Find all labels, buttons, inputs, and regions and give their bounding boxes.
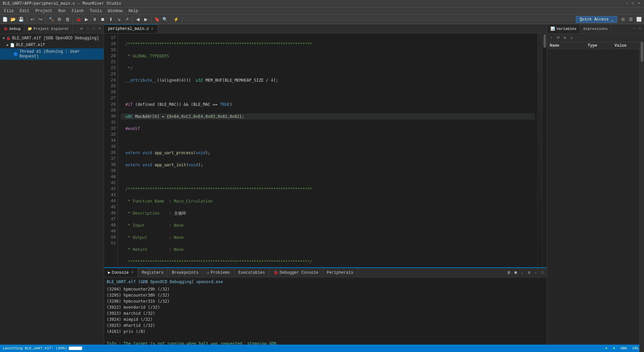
toolbar-forward[interactable]: ▶ — [142, 16, 150, 23]
toolbar-step-into[interactable]: ⬇ — [107, 16, 114, 23]
debug-tab-label: Debug — [9, 27, 20, 31]
right-panel-scroll-thumb — [641, 42, 643, 62]
status-launching-text: Launching BLE_UART.elf: (99%) — [3, 346, 67, 350]
console-line-7: (3925) mhartid (/32) — [107, 322, 544, 328]
expressions-tab[interactable]: Expressions — [580, 24, 611, 33]
toolbar-perspectives[interactable]: ⊞ — [619, 16, 627, 23]
toolbar-minimize-panel[interactable]: ☰ — [627, 16, 635, 23]
debug-tree-elf[interactable]: ▶ 📄 BLE_UART.elf — [0, 42, 104, 48]
menu-project[interactable]: Project — [33, 8, 55, 14]
debug-session-label: BLE_UART.elf [GDB OpenOCD Debugging] — [12, 36, 99, 41]
right-panel-tab-bar: 📊 Variables Expressions − □ — [547, 24, 644, 34]
code-line-27: extern void app_uart_init(void); — [121, 162, 535, 168]
console-clear-btn[interactable]: 🗑 — [506, 270, 512, 276]
toolbar-search[interactable]: 🔍 — [161, 16, 169, 23]
var-refresh[interactable]: ⟳ — [555, 35, 561, 41]
code-line-19: */ — [121, 65, 535, 71]
editor-tab-close[interactable]: × — [151, 27, 153, 31]
var-settings[interactable]: ⚙ — [562, 35, 568, 41]
root-chevron: ▼ — [3, 37, 5, 40]
toolbar-build[interactable]: 🔨 — [48, 16, 55, 23]
console-content[interactable]: BLE_UART.elf [GDB OpenOCD Debugging] ope… — [104, 277, 547, 345]
left-panel-close[interactable]: × — [97, 26, 102, 32]
peripherals-tab[interactable]: Peripherals — [323, 268, 358, 277]
debugger-console-icon: 🐞 — [273, 270, 278, 275]
toolbar-open[interactable]: 📂 — [9, 16, 17, 23]
code-editor: 17 18 19 20 21 22 23 24 25 26 27 28 29 3… — [104, 34, 547, 267]
close-button[interactable]: × — [637, 1, 641, 6]
editor-tabs: peripheral_main.c × — [104, 24, 547, 34]
toolbar-undo[interactable]: ↩ — [29, 16, 36, 23]
menu-window[interactable]: Window — [105, 8, 125, 14]
left-panel-sync[interactable]: ⟳ — [79, 26, 84, 32]
var-collapse-all[interactable]: ↑ — [548, 35, 554, 41]
toolbar-clean[interactable]: 🗑 — [64, 16, 71, 23]
menu-run[interactable]: Run — [56, 8, 68, 14]
problems-tab[interactable]: ⚠ Problems — [203, 268, 234, 277]
code-line-18: * GLOBAL TYPEDEFS — [121, 53, 535, 59]
console-tab[interactable]: ▶ Console × — [104, 268, 138, 277]
toolbar-pause[interactable]: ⏸ — [91, 16, 98, 23]
center-bottom: peripheral_main.c × 17 18 19 20 21 22 23… — [104, 24, 547, 345]
editor-scrollbar[interactable] — [542, 34, 547, 267]
executables-tab[interactable]: Executables — [234, 268, 269, 277]
elf-label: BLE_UART.elf — [16, 43, 45, 47]
app-title: BLE_UART/APP/peripheral_main.c - MounRiv… — [3, 1, 121, 6]
var-add[interactable]: + — [569, 35, 575, 41]
menu-bar: File Edit Project Run Flash Tools Window… — [0, 7, 644, 15]
debug-tree-root[interactable]: ▼ 🐞 BLE_UART.elf [GDB OpenOCD Debugging] — [0, 35, 104, 42]
project-explorer-tab-label: Project Explorer — [34, 27, 69, 31]
left-panel-minimize[interactable]: − — [85, 26, 90, 32]
editor-tab-peripheral-main[interactable]: peripheral_main.c × — [104, 24, 158, 33]
right-panel: 📊 Variables Expressions − □ ↑ ⟳ ⚙ + Name… — [547, 24, 644, 345]
quick-access-button[interactable]: Quick Access _ — [576, 16, 617, 23]
status-encoding[interactable]: GBK — [621, 346, 627, 350]
toolbar-stop[interactable]: ⏹ — [99, 16, 106, 23]
toolbar-flash[interactable]: ⚡ — [172, 16, 180, 23]
toolbar-redo[interactable]: ↪ — [37, 16, 44, 23]
bottom-panel-maximize[interactable]: □ — [539, 270, 545, 276]
console-pause-btn[interactable]: ⏸ — [526, 270, 532, 276]
toolbar-run[interactable]: ▶ — [83, 16, 90, 23]
debug-tree-thread[interactable]: 🔵 Thread #1 (Running : User Request) — [0, 48, 104, 60]
menu-tools[interactable]: Tools — [87, 8, 105, 14]
console-line-4: (3922) mvendorid (/32) — [107, 304, 544, 310]
variables-tab[interactable]: 📊 Variables — [547, 24, 580, 33]
toolbar-step-out[interactable]: ↗ — [123, 16, 130, 23]
toolbar-debug[interactable]: 🐞 — [75, 16, 82, 23]
code-line-21 — [121, 89, 535, 95]
menu-help[interactable]: Help — [126, 8, 141, 14]
minimize-button[interactable]: − — [625, 1, 629, 6]
code-content[interactable]: /***************************************… — [118, 34, 537, 267]
code-line-33: * Output : None — [121, 234, 535, 240]
right-panel-maximize[interactable]: □ — [637, 26, 643, 32]
maximize-button[interactable]: □ — [631, 1, 635, 6]
breakpoints-tab[interactable]: Breakpoints — [168, 268, 203, 277]
debug-tab[interactable]: 🐞 Debug — [0, 24, 24, 33]
console-icon: ▶ — [108, 270, 110, 275]
code-line-28 — [121, 174, 535, 180]
toolbar-save[interactable]: 💾 — [17, 16, 25, 23]
toolbar-step-over[interactable]: ↘ — [115, 16, 122, 23]
project-explorer-tab[interactable]: 📁 Project Explorer — [24, 24, 73, 33]
right-panel-scrollbar[interactable] — [639, 40, 644, 345]
left-panel-maximize[interactable]: □ — [91, 26, 96, 32]
toolbar-build-all[interactable]: ⚙ — [56, 16, 63, 23]
menu-edit[interactable]: Edit — [17, 8, 32, 14]
toolbar-bookmark[interactable]: 🔖 — [153, 16, 161, 23]
console-stop-btn[interactable]: ⏹ — [513, 270, 519, 276]
registers-tab[interactable]: Registers — [138, 268, 168, 277]
toolbar-back[interactable]: ◀ — [134, 16, 142, 23]
console-scroll-btn[interactable]: ↓ — [519, 270, 525, 276]
right-panel-minimize[interactable]: − — [631, 26, 637, 32]
toolbar-maximize-panel[interactable]: ⬜ — [635, 16, 643, 23]
menu-flash[interactable]: Flash — [69, 8, 87, 14]
code-line-32: * Input : None — [121, 222, 535, 228]
toolbar-new[interactable]: 📄 — [1, 16, 9, 23]
registers-tab-label: Registers — [142, 270, 164, 275]
debugger-console-tab[interactable]: 🐞 Debugger Console — [269, 268, 323, 277]
bottom-panel-minimize[interactable]: − — [533, 270, 539, 276]
executables-tab-label: Executables — [238, 270, 265, 275]
menu-file[interactable]: File — [1, 8, 16, 14]
bottom-tabs: ▶ Console × Registers Breakpoints ⚠ Prob… — [104, 268, 547, 277]
